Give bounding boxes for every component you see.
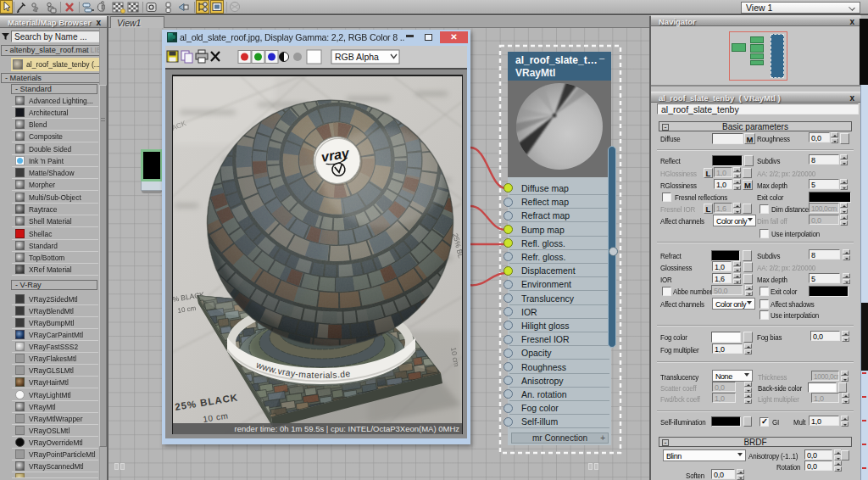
svg-text:RGB Alpha: RGB Alpha bbox=[335, 52, 379, 62]
